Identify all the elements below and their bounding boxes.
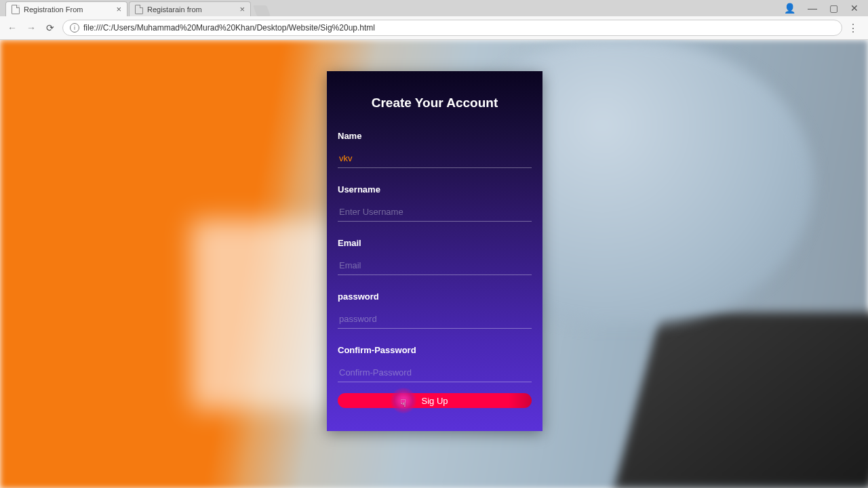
info-icon: i [70,23,79,33]
field-name: Name [338,131,532,168]
address-bar-row: ← → ⟳ i file:///C:/Users/Muhammad%20Mura… [0,16,868,39]
window-controls: 👤 — ▢ ✕ [774,0,868,16]
username-input[interactable] [338,204,532,222]
password-label: password [338,291,532,302]
confirm-password-input[interactable] [338,365,532,382]
tab-1[interactable]: Registration From × [5,1,127,16]
field-confirm-password: Confirm-Password [338,345,532,382]
close-tab-icon[interactable]: × [116,4,121,14]
close-window-button[interactable]: ✕ [850,3,859,14]
toolbar-right: ⋮ [848,22,863,35]
address-bar[interactable]: i file:///C:/Users/Muhammad%20Murad%20Kh… [62,20,842,36]
file-icon [12,5,20,14]
cursor-highlight [391,388,416,413]
confirm-password-label: Confirm-Password [338,345,532,355]
tab-title: Registration From [24,5,112,14]
username-label: Username [338,184,532,195]
form-title: Create Your Account [338,96,532,110]
file-icon [135,5,143,14]
field-username: Username [338,184,532,222]
signup-form: Create Your Account Name Username Email … [327,71,542,431]
name-input[interactable] [338,150,532,168]
name-label: Name [338,131,532,141]
close-tab-icon[interactable]: × [239,4,245,14]
signup-button[interactable]: Sig Up ☟ [338,393,532,408]
field-password: password [338,291,532,329]
password-input[interactable] [338,311,532,329]
tab-strip: Registration From × Registarain from × [0,0,868,16]
forward-button[interactable]: → [24,21,38,35]
menu-icon[interactable]: ⋮ [848,22,859,35]
tab-title: Registarain from [147,5,235,14]
new-tab-button[interactable] [253,5,271,16]
maximize-button[interactable]: ▢ [829,3,838,14]
minimize-button[interactable]: — [808,3,817,14]
field-email: Email [338,238,532,275]
email-input[interactable] [338,258,532,275]
tab-2[interactable]: Registarain from × [129,1,251,16]
back-button[interactable]: ← [5,21,19,35]
reload-button[interactable]: ⟳ [43,21,57,35]
browser-chrome: 👤 — ▢ ✕ Registration From × Registarain … [0,0,868,40]
user-icon[interactable]: 👤 [784,3,795,14]
page: Code Academy Create Your Account Name Us… [0,40,868,488]
url-text: file:///C:/Users/Muhammad%20Murad%20Khan… [83,23,375,33]
signup-button-label: Sig Up [421,396,448,406]
email-label: Email [338,238,532,248]
